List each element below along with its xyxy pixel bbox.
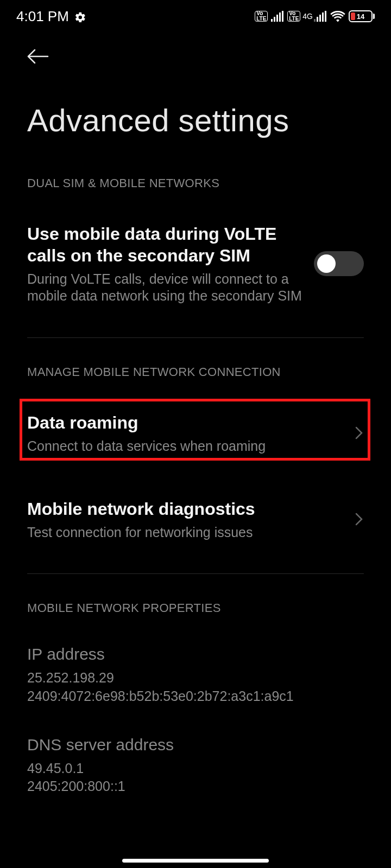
svg-rect-8 [322,12,324,22]
svg-rect-1 [274,17,275,22]
status-bar: 4:01 PM Vo LTE Vo LTE 4G 14 [0,0,391,33]
home-indicator[interactable] [122,859,269,863]
volte-badge-1: Vo LTE [255,11,268,22]
setting-subtitle: Connect to data services when roaming [27,438,343,455]
section-header-properties: MOBILE NETWORK PROPERTIES [0,585,391,626]
divider [27,337,364,338]
property-value: 25.252.198.29 2409:4072:6e98:b52b:53e0:2… [27,669,364,706]
signal-icon-2 [314,11,327,22]
divider [27,573,364,574]
status-right: Vo LTE Vo LTE 4G 14 [255,10,375,22]
svg-rect-0 [271,19,273,22]
chevron-right-icon [354,425,364,441]
svg-rect-7 [319,15,321,22]
battery-level: 14 [350,12,371,21]
property-dns-address: DNS server address 49.45.0.1 2405:200:80… [0,717,391,807]
setting-subtitle: During VoLTE calls, device will connect … [27,271,303,305]
battery-icon: 14 [349,10,375,22]
setting-title: Use mobile data during VoLTE calls on th… [27,223,303,266]
volte-badge-2: Vo LTE [287,11,300,22]
setting-network-diagnostics[interactable]: Mobile network diagnostics Test connecti… [0,476,391,563]
property-ip-address: IP address 25.252.198.29 2409:4072:6e98:… [0,626,391,717]
signal-icon-1 [271,11,284,22]
status-time: 4:01 PM [16,8,69,25]
property-label: IP address [27,645,364,663]
setting-title: Data roaming [27,412,343,433]
setting-title: Mobile network diagnostics [27,498,343,520]
back-button[interactable] [27,49,369,64]
svg-rect-9 [325,11,326,22]
toggle-volte-secondary[interactable] [314,251,364,276]
status-left: 4:01 PM [16,8,86,25]
setting-subtitle: Test connection for networking issues [27,524,343,541]
page-title: Advanced settings [0,75,391,160]
section-header-manage: MANAGE MOBILE NETWORK CONNECTION [0,349,391,390]
property-label: DNS server address [27,736,364,754]
chevron-right-icon [354,511,364,527]
gear-icon [74,10,86,22]
svg-rect-2 [276,15,278,22]
setting-data-roaming[interactable]: Data roaming Connect to data services wh… [0,390,391,476]
setting-volte-secondary-sim[interactable]: Use mobile data during VoLTE calls on th… [0,201,391,327]
svg-rect-6 [317,17,318,22]
svg-rect-5 [314,19,316,22]
network-type-label: 4G [302,12,313,20]
section-header-dual-sim: DUAL SIM & MOBILE NETWORKS [0,160,391,201]
property-value: 49.45.0.1 2405:200:800::1 [27,760,364,796]
svg-rect-4 [282,11,283,22]
svg-rect-3 [279,12,281,22]
wifi-icon [330,10,345,22]
